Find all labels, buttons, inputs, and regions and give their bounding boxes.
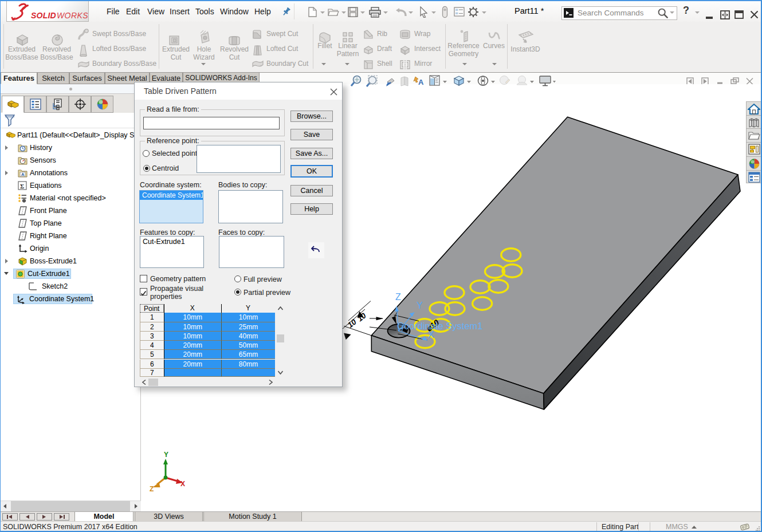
svg-text:Z: Z: [395, 292, 401, 302]
svg-text:Coordinate System1: Coordinate System1: [397, 321, 483, 331]
svg-text:SOLID: SOLID: [31, 11, 56, 20]
svg-text:Σ: Σ: [20, 183, 24, 190]
svg-text:Y: Y: [164, 451, 168, 459]
svg-text:A: A: [21, 172, 25, 177]
svg-text:WORKS: WORKS: [57, 11, 88, 20]
svg-text:X: X: [180, 480, 185, 488]
svg-text:Z: Z: [150, 485, 154, 493]
svg-text:A: A: [418, 78, 424, 86]
svg-text:Y: Y: [417, 301, 423, 310]
svg-text:X: X: [428, 330, 434, 340]
